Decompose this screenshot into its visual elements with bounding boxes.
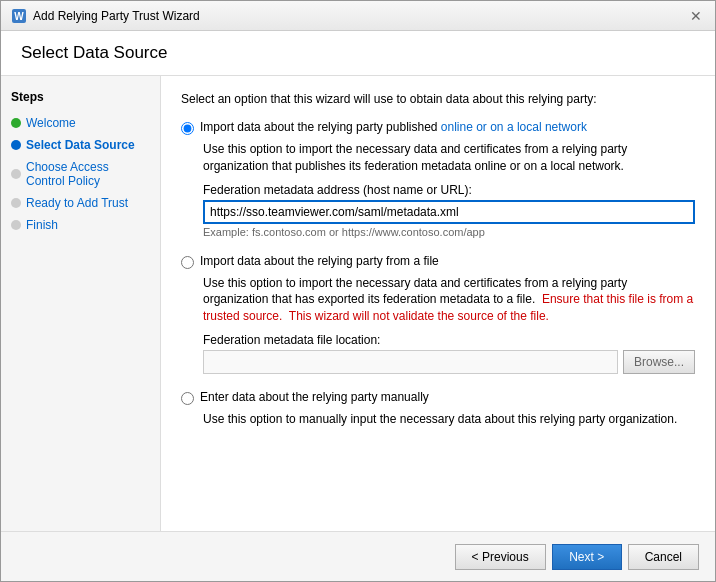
step-dot-finish <box>11 220 21 230</box>
title-bar-left: W Add Relying Party Trust Wizard <box>11 8 200 24</box>
online-field-label: Federation metadata address (host name o… <box>203 183 695 197</box>
wizard-icon: W <box>11 8 27 24</box>
step-dot-select <box>11 140 21 150</box>
window-title: Add Relying Party Trust Wizard <box>33 9 200 23</box>
sidebar-item-welcome: Welcome <box>11 114 150 132</box>
sidebar-heading: Steps <box>11 90 150 104</box>
option-file-desc: Use this option to import the necessary … <box>203 275 695 325</box>
option-online-desc: Use this option to import the necessary … <box>203 141 695 175</box>
sidebar-label-ready: Ready to Add Trust <box>26 196 128 210</box>
step-dot-ready <box>11 198 21 208</box>
option-file-radio-row: Import data about the relying party from… <box>181 254 695 269</box>
online-field-group: Federation metadata address (host name o… <box>203 183 695 238</box>
option-file-warning: Ensure that this file is from a trusted … <box>203 292 693 323</box>
option-manual-radio-row: Enter data about the relying party manua… <box>181 390 695 405</box>
option-file-group: Import data about the relying party from… <box>181 254 695 374</box>
instruction-text: Select an option that this wizard will u… <box>181 92 695 106</box>
sidebar-item-select-data-source: Select Data Source <box>11 136 150 154</box>
file-field-label: Federation metadata file location: <box>203 333 695 347</box>
sidebar: Steps Welcome Select Data Source Choose … <box>1 76 161 531</box>
content-area: Steps Welcome Select Data Source Choose … <box>1 76 715 531</box>
option-online-label[interactable]: Import data about the relying party publ… <box>200 120 587 134</box>
page-header: Select Data Source <box>1 31 715 76</box>
file-field-group: Federation metadata file location: Brows… <box>203 333 695 374</box>
sidebar-label-access: Choose Access Control Policy <box>26 160 150 188</box>
footer: < Previous Next > Cancel <box>1 531 715 581</box>
previous-button[interactable]: < Previous <box>455 544 546 570</box>
title-bar: W Add Relying Party Trust Wizard ✕ <box>1 1 715 31</box>
sidebar-item-finish: Finish <box>11 216 150 234</box>
option-online-group: Import data about the relying party publ… <box>181 120 695 238</box>
option-manual-label[interactable]: Enter data about the relying party manua… <box>200 390 429 404</box>
option-file-label[interactable]: Import data about the relying party from… <box>200 254 439 268</box>
file-path-input[interactable] <box>203 350 618 374</box>
url-example-text: Example: fs.contoso.com or https://www.c… <box>203 226 695 238</box>
sidebar-label-select: Select Data Source <box>26 138 135 152</box>
step-dot-access <box>11 169 21 179</box>
sidebar-label-finish: Finish <box>26 218 58 232</box>
option-online-link: online or on a local network <box>441 120 587 134</box>
radio-manual[interactable] <box>181 392 194 405</box>
svg-text:W: W <box>14 11 24 22</box>
option-online-radio-row: Import data about the relying party publ… <box>181 120 695 135</box>
sidebar-item-ready: Ready to Add Trust <box>11 194 150 212</box>
radio-online[interactable] <box>181 122 194 135</box>
close-button[interactable]: ✕ <box>687 7 705 25</box>
wizard-window: W Add Relying Party Trust Wizard ✕ Selec… <box>0 0 716 582</box>
step-dot-welcome <box>11 118 21 128</box>
browse-button[interactable]: Browse... <box>623 350 695 374</box>
page-title: Select Data Source <box>21 43 695 63</box>
sidebar-item-choose-access: Choose Access Control Policy <box>11 158 150 190</box>
option-manual-group: Enter data about the relying party manua… <box>181 390 695 428</box>
next-button[interactable]: Next > <box>552 544 622 570</box>
cancel-button[interactable]: Cancel <box>628 544 699 570</box>
file-input-row: Browse... <box>203 350 695 374</box>
radio-file[interactable] <box>181 256 194 269</box>
federation-url-input[interactable] <box>203 200 695 224</box>
sidebar-label-welcome: Welcome <box>26 116 76 130</box>
option-manual-desc: Use this option to manually input the ne… <box>203 411 695 428</box>
main-panel: Select an option that this wizard will u… <box>161 76 715 531</box>
